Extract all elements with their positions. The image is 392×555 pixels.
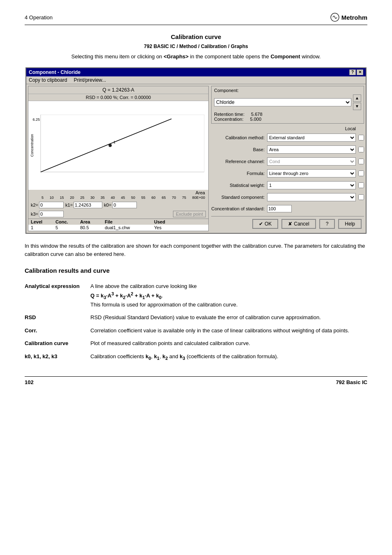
dialog-body: Q = 1.24263·A RSD = 0.000 %; Corr. = 0.0… (26, 84, 366, 233)
statistical-weight-checkbox[interactable] (358, 182, 364, 188)
page-number: 102 (25, 379, 34, 385)
col-used: Used (154, 219, 171, 224)
col-file: File (105, 219, 146, 224)
base-checkbox[interactable] (358, 147, 364, 152)
svg-text:1: 1 (113, 140, 115, 144)
calibration-method-label: Calibration method: (211, 135, 265, 140)
result-term-k: k0, k1, k2, k3 (25, 350, 90, 364)
x-axis-label: Area (28, 190, 208, 196)
results-title: Calibration results and curve (25, 267, 367, 274)
base-label: Base: (211, 147, 265, 152)
col-area: Area (80, 219, 97, 224)
statistical-weight-select[interactable]: 1 (267, 181, 356, 189)
standard-component-select[interactable] (267, 193, 356, 201)
graph-area: Concentration 6.25 1 (28, 101, 208, 190)
component-group-title: Component: (214, 88, 361, 93)
titlebar-buttons: ? ✕ (349, 69, 363, 75)
retention-conc: Retention time: 5.678 Concentration: 5.0… (214, 112, 361, 122)
k3-exclude-row: k3= Exclude point (28, 210, 208, 219)
k1-group: k1= (65, 202, 102, 208)
exclude-point-button[interactable]: Exclude point (173, 211, 206, 217)
menu-copy[interactable]: Copy to clipboard (29, 77, 67, 83)
result-row-corr: Corr. Correlation coefficient value is a… (25, 324, 367, 337)
base-select[interactable]: Area (267, 145, 356, 154)
component-group: Component: Chloride ▲ ▼ Retention time: (211, 86, 364, 124)
breadcrumb: 792 BASIC IC / Method / Calibration / Gr… (25, 44, 367, 49)
calibration-method-row: Calibration method: External standard (211, 134, 364, 142)
page-header: 4 Operation Metrohm (25, 12, 367, 25)
menu-print[interactable]: Print/preview... (74, 77, 106, 83)
k1-input[interactable] (74, 202, 102, 208)
retention-row: Retention time: 5.678 (214, 112, 361, 117)
calibration-method-checkbox[interactable] (358, 135, 364, 140)
right-panel: Component: Chloride ▲ ▼ Retention time: (211, 86, 364, 231)
svg-rect-1 (41, 115, 204, 172)
reference-channel-label: Reference channel: (211, 159, 265, 164)
cancel-button[interactable]: ✘ Cancel (281, 219, 316, 229)
result-term-analytical: Analytical expression (25, 280, 90, 311)
formula-select[interactable]: Linear through zero (267, 169, 356, 177)
checkmark-icon: ✔ (259, 221, 263, 227)
local-label: Local (211, 126, 364, 131)
k3-label: k3= (31, 212, 38, 216)
equation1: Q = 1.24263·A (28, 86, 208, 94)
statistical-weight-row: Statistical weight: 1 (211, 181, 364, 189)
base-row: Base: Area (211, 145, 364, 154)
k2-input[interactable] (39, 202, 64, 208)
concentration-standard-row: Concentration of standard: (211, 205, 364, 212)
x-icon: ✘ (288, 221, 292, 227)
result-row-analytical: Analytical expression A line above the c… (25, 280, 367, 311)
result-def-k: Calibration coefficients k0, k1, k2 and … (90, 350, 367, 364)
col-level: Level (31, 219, 47, 224)
metrohm-logo: Metrohm (341, 14, 367, 21)
section-title: Calibration curve (25, 33, 367, 40)
svg-point-9 (109, 145, 111, 146)
dialog-menubar: Copy to clipboard Print/preview... (26, 76, 366, 84)
result-def-analytical: A line above the calibration curve looki… (90, 280, 367, 311)
result-def-calib-curve: Plot of measured calibration points and … (90, 337, 367, 350)
result-def-corr: Correlation coefficient value is availab… (90, 324, 367, 337)
close-titlebar-btn[interactable]: ✕ (357, 69, 363, 75)
dialog-window: Component - Chloride ? ✕ Copy to clipboa… (25, 67, 367, 234)
result-row-k: k0, k1, k2, k3 Calibration coefficients … (25, 350, 367, 364)
result-row-calib-curve: Calibration curve Plot of measured calib… (25, 337, 367, 350)
concentration-standard-input[interactable] (267, 205, 292, 212)
table-row: 1 5 80.5 dual1_s.chw Yes (28, 225, 208, 231)
arrow-up-btn[interactable]: ▲ (353, 94, 361, 102)
help-button[interactable]: ? (319, 219, 335, 229)
component-select-row: Chloride ▲ ▼ (214, 94, 361, 110)
retention-value: 5.678 (251, 112, 263, 117)
k0-label: k0= (104, 203, 111, 207)
component-select[interactable]: Chloride (214, 98, 351, 106)
reference-channel-select[interactable]: Cond (267, 157, 356, 166)
k0-input[interactable] (112, 202, 137, 208)
col-conc: Conc. (55, 219, 72, 224)
concentration-row: Concentration: 5.000 (214, 117, 361, 122)
conc-value: 5.000 (250, 117, 262, 122)
footer-product: 792 Basic IC (336, 379, 367, 385)
reference-channel-row: Reference channel: Cond (211, 157, 364, 166)
x-axis-numbers: 5101520253035404550556065707580E+00 (28, 196, 208, 200)
formula-row: Formula: Linear through zero (211, 169, 364, 177)
conc-label: Concentration: (214, 117, 244, 122)
left-panel: Q = 1.24263·A RSD = 0.000 %; Corr. = 0.0… (28, 86, 209, 231)
result-term-rsd: RSD (25, 311, 90, 324)
svg-text:Concentration: Concentration (30, 134, 34, 157)
k-inputs: k2= k1= k0= (28, 200, 208, 210)
formula-checkbox[interactable] (358, 170, 364, 176)
result-term-corr: Corr. (25, 324, 90, 337)
k3-input[interactable] (39, 211, 64, 217)
metrohm-icon (330, 12, 340, 22)
calibration-method-select[interactable]: External standard (267, 134, 356, 142)
k1-label: k1= (65, 203, 73, 207)
help-text-button[interactable]: Help (338, 219, 362, 229)
calibration-graph: Concentration 6.25 1 (28, 101, 208, 190)
arrow-down-btn[interactable]: ▼ (353, 103, 361, 110)
reference-channel-checkbox[interactable] (358, 159, 364, 164)
ok-button[interactable]: ✔ OK (252, 219, 278, 229)
standard-component-checkbox[interactable] (358, 194, 364, 200)
standard-component-row: Standard component: (211, 193, 364, 201)
results-table: Analytical expression A line above the c… (25, 280, 367, 364)
standard-component-label: Standard component: (211, 195, 265, 200)
help-titlebar-btn[interactable]: ? (349, 69, 356, 75)
